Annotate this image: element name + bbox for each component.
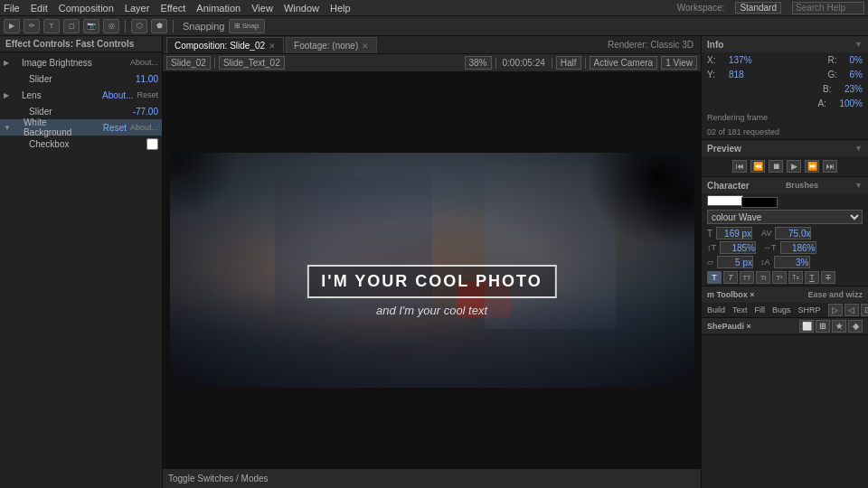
vc-sep3 xyxy=(552,58,552,69)
info-expand[interactable]: ▼ xyxy=(854,40,863,49)
transport-prev[interactable]: ⏪ xyxy=(750,160,765,173)
fmt-underline[interactable]: T xyxy=(805,271,819,284)
stroke-icon: ▱ xyxy=(707,258,713,267)
snapping-label: Snapping xyxy=(183,21,225,32)
fmt-italic[interactable]: T xyxy=(723,271,738,284)
shepaudi-btn-fullscreen[interactable]: ⬜ xyxy=(799,320,814,333)
tracking-input[interactable] xyxy=(775,227,811,239)
effect-slider-1[interactable]: Slider 11.00 xyxy=(0,70,162,87)
menu-animation[interactable]: Animation xyxy=(196,3,241,14)
left-panel: Effect Controls: Fast Controls ▶ Image B… xyxy=(0,36,163,488)
toolbar-btn-shape[interactable]: ◻ xyxy=(63,19,80,33)
menu-effect[interactable]: Effect xyxy=(160,3,185,14)
transport-first[interactable]: ⏮ xyxy=(732,160,747,173)
transport-next[interactable]: ⏩ xyxy=(805,160,819,173)
background-color[interactable] xyxy=(741,197,778,208)
foreground-color[interactable] xyxy=(707,195,743,206)
lens-about[interactable]: Reset xyxy=(137,90,158,99)
active-camera[interactable]: Active Camera xyxy=(590,56,658,70)
view-slide-text[interactable]: Slide_Text_02 xyxy=(219,56,285,70)
comp-tab-slide02[interactable]: Composition: Slide_02 ✕ xyxy=(166,37,284,53)
x-val: 137% xyxy=(729,55,752,65)
toolbar-btn-text[interactable]: T xyxy=(43,19,60,33)
menu-window[interactable]: Window xyxy=(284,3,319,14)
effect-lens[interactable]: ▶ Lens About... Reset xyxy=(0,87,162,103)
comp-tab-close-2[interactable]: ✕ xyxy=(362,42,369,51)
toolbar-btn-mask[interactable]: ⬡ xyxy=(131,19,147,33)
view-slide02[interactable]: Slide_02 xyxy=(166,56,211,70)
toolbox-btn-3[interactable]: ⊡ xyxy=(861,304,868,316)
menu-view[interactable]: View xyxy=(251,3,273,14)
view-count[interactable]: 1 View xyxy=(661,56,697,70)
transport-play[interactable]: ▶ xyxy=(787,160,801,173)
comp-tab-close-1[interactable]: ✕ xyxy=(269,42,276,51)
fmt-strike[interactable]: T xyxy=(821,271,835,284)
menu-help[interactable]: Help xyxy=(330,3,351,14)
effect-checkbox[interactable]: Checkbox xyxy=(0,136,162,152)
menu-bar: File Edit Composition Layer Effect Anima… xyxy=(0,0,868,16)
white-bg-about[interactable]: About... xyxy=(130,123,158,132)
effect-about[interactable]: About... xyxy=(130,58,158,67)
fmt-caps[interactable]: TT xyxy=(740,271,754,284)
slider-label-2: Slider xyxy=(18,107,122,117)
transport-stop[interactable]: ⏹ xyxy=(769,160,783,173)
toolbar-sep2 xyxy=(173,20,174,33)
toolbar-btn-select[interactable]: ▶ xyxy=(4,19,20,33)
font-selector[interactable]: colour Wave xyxy=(707,210,863,224)
stroke-input[interactable] xyxy=(717,256,753,268)
white-bg-label: White Background xyxy=(13,117,90,137)
search-help-input[interactable] xyxy=(792,2,864,14)
quality-display[interactable]: Half xyxy=(556,56,581,70)
effect-white-bg[interactable]: ▼ White Background Reset About... xyxy=(0,119,162,136)
toolbox-btn-2[interactable]: ◁ xyxy=(844,304,859,316)
menu-edit[interactable]: Edit xyxy=(31,3,48,14)
stroke-row: ▱ ↕A xyxy=(702,255,868,269)
brushes-header[interactable]: Brushes xyxy=(786,181,818,190)
effect-image-brightness[interactable]: ▶ Image Brightness About... xyxy=(0,54,162,70)
info-x-row: X: 137% R: 0% xyxy=(702,52,868,67)
character-header: Character Brushes ▼ xyxy=(702,177,868,193)
menu-file[interactable]: File xyxy=(4,3,20,14)
checkbox-input[interactable] xyxy=(146,138,158,150)
transport-last[interactable]: ⏭ xyxy=(823,160,837,173)
info-b-row: B: 23% xyxy=(702,81,868,96)
preview-expand[interactable]: ▼ xyxy=(854,144,863,153)
horiz-scale-input[interactable] xyxy=(780,241,816,254)
slider-value-2[interactable]: -77.00 xyxy=(122,107,158,117)
fmt-super[interactable]: T² xyxy=(772,271,787,284)
toggle-switches[interactable]: Toggle Switches / Modes xyxy=(166,474,270,483)
toolbar-btn-null[interactable]: ◎ xyxy=(103,19,119,33)
fmt-small-caps[interactable]: Tt xyxy=(756,271,770,284)
vert-scale-input[interactable] xyxy=(720,241,756,254)
comp-tab-footage[interactable]: Footage: (none) ✕ xyxy=(286,37,377,53)
toolbar-btn-camera[interactable]: 📷 xyxy=(83,19,99,33)
lens-reset[interactable]: About... xyxy=(97,90,133,100)
char-expand[interactable]: ▼ xyxy=(854,181,863,190)
toolbox-btn-1[interactable]: ▷ xyxy=(828,304,843,316)
x-label: X: xyxy=(707,55,725,65)
fmt-sub[interactable]: T₂ xyxy=(788,271,803,284)
sub-heading: and I'm your cool text xyxy=(307,304,556,317)
shepaudi-btn-star[interactable]: ★ xyxy=(832,320,846,333)
menu-layer[interactable]: Layer xyxy=(125,3,150,14)
a-val: 100% xyxy=(839,99,863,108)
leading-input[interactable] xyxy=(774,256,810,268)
composition-canvas: I'M YOUR COOL PHOTO and I'm your cool te… xyxy=(170,153,694,388)
menu-composition[interactable]: Composition xyxy=(59,3,114,14)
zoom-level[interactable]: 38% xyxy=(465,56,492,70)
g-label: G: xyxy=(828,70,846,80)
shepaudi-btn-diamond[interactable]: ◆ xyxy=(848,320,863,333)
toolbar-btn-pen[interactable]: ✏ xyxy=(24,19,40,33)
frame-info: 02 of 181 requested xyxy=(707,127,779,136)
white-bg-reset[interactable]: Reset xyxy=(90,123,127,133)
fast-controls-section: ▶ Image Brightness About... Slider 11.00… xyxy=(0,52,162,154)
tracking-icon: AV xyxy=(761,229,771,238)
shepaudi-btn-grid[interactable]: ⊞ xyxy=(816,320,830,333)
fmt-bold[interactable]: T xyxy=(707,271,722,284)
font-size-input[interactable] xyxy=(716,227,752,239)
toolbar-btn-snap[interactable]: ⊞ Snap xyxy=(229,19,265,33)
workspace-value[interactable]: Standard xyxy=(735,2,781,14)
horiz-scale-icon: ↔T xyxy=(763,243,777,252)
slider-value-1[interactable]: 11.00 xyxy=(122,74,158,84)
toolbar-btn-fill[interactable]: ⬟ xyxy=(151,19,167,33)
